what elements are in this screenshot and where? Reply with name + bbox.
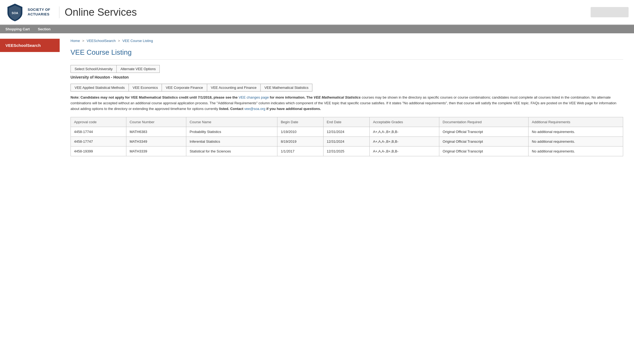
breadcrumb-current[interactable]: VEE Course Listing — [122, 39, 153, 43]
table-header-4: End Date — [323, 117, 370, 127]
table-cell-0-7: No additional requirements. — [529, 127, 623, 137]
table-cell-0-1: MATH6383 — [126, 127, 186, 137]
soa-logo-icon: SOA — [5, 3, 24, 22]
breadcrumb-sep-2: > — [118, 39, 120, 43]
note-bold-intro: Note: Candidates may not apply for VEE M… — [71, 95, 239, 99]
breadcrumb: Home > VEESchoolSearch > VEE Course List… — [71, 39, 623, 43]
table-cell-2-4: 12/31/2025 — [323, 147, 370, 156]
topic-tab-1[interactable]: VEE Economics — [129, 84, 162, 92]
table-cell-1-2: Inferential Statistics — [186, 137, 277, 147]
table-cell-1-0: 4458-17747 — [71, 137, 126, 147]
note-paragraph: Note: Candidates may not apply for VEE M… — [71, 95, 623, 112]
org-name: SOCIETY OF — [28, 8, 50, 12]
topic-tab-2[interactable]: VEE Corporate Finance — [162, 84, 207, 92]
table-cell-2-2: Statistical for the Sciences — [186, 147, 277, 156]
university-name: University of Houston - Houston — [71, 75, 623, 79]
breadcrumb-home[interactable]: Home — [71, 39, 80, 43]
vee-email-link[interactable]: vee@soa.org — [244, 107, 265, 111]
page-title: VEE Course Listing — [71, 48, 623, 60]
note-bold-2: for more information. The VEE Mathematic… — [270, 95, 361, 99]
breadcrumb-school-search[interactable]: VEESchoolSearch — [87, 39, 116, 43]
table-cell-2-1: MATH3339 — [126, 147, 186, 156]
table-header-2: Course Name — [186, 117, 277, 127]
note-questions-bold: if you have additional questions. — [266, 107, 321, 111]
table-cell-1-1: MATH3349 — [126, 137, 186, 147]
topic-tab-3[interactable]: VEE Accounting and Finance — [207, 84, 261, 92]
table-cell-2-5: A+,A,A-,B+,B,B- — [370, 147, 439, 156]
org-name-2: ACTUARIES — [28, 12, 50, 17]
svg-text:SOA: SOA — [12, 11, 18, 15]
table-row: 4458-17744MATH6383Probability Statistics… — [71, 127, 623, 137]
top-tab-group: Select School/University Alternate VEE O… — [71, 65, 623, 73]
table-header-3: Begin Date — [277, 117, 323, 127]
logo-area: SOA SOCIETY OF ACTUARIES Online Services — [5, 3, 137, 22]
table-cell-1-6: Original Official Transcript — [439, 137, 529, 147]
sidebar-item-vee-school-search[interactable]: VEESchoolSearch — [0, 39, 60, 52]
site-header: SOA SOCIETY OF ACTUARIES Online Services — [0, 0, 634, 25]
table-header-5: Acceptable Grades — [370, 117, 439, 127]
topic-tab-4[interactable]: VEE Mathematical Statistics — [260, 84, 313, 92]
select-school-button[interactable]: Select School/University — [71, 65, 117, 73]
table-cell-0-3: 1/19/2010 — [277, 127, 323, 137]
nav-shopping-cart[interactable]: Shopping Cart — [5, 27, 30, 31]
table-cell-1-5: A+,A,A-,B+,B,B- — [370, 137, 439, 147]
topic-tabs: VEE Applied Statistical MethodsVEE Econo… — [71, 84, 623, 92]
course-table: Approval codeCourse NumberCourse NameBeg… — [71, 117, 623, 156]
table-cell-0-6: Original Official Transcript — [439, 127, 529, 137]
org-name-block: SOCIETY OF ACTUARIES — [28, 8, 50, 17]
table-cell-2-6: Original Official Transcript — [439, 147, 529, 156]
table-cell-2-7: No additional requirements. — [529, 147, 623, 156]
table-cell-0-2: Probability Statistics — [186, 127, 277, 137]
topic-tab-0[interactable]: VEE Applied Statistical Methods — [71, 84, 129, 92]
table-cell-0-0: 4458-17744 — [71, 127, 126, 137]
breadcrumb-sep-1: > — [82, 39, 84, 43]
table-header-7: Additional Requirements — [529, 117, 623, 127]
table-row: 4458-19399MATH3339Statistical for the Sc… — [71, 147, 623, 156]
table-cell-0-5: A+,A,A-,B+,B,B- — [370, 127, 439, 137]
table-header-row: Approval codeCourse NumberCourse NameBeg… — [71, 117, 623, 127]
alternate-vee-button[interactable]: Alternate VEE Options — [116, 65, 160, 73]
note-listed-bold: listed. Contact — [219, 107, 244, 111]
table-header-1: Course Number — [126, 117, 186, 127]
main-content: VEESchoolSearch Home > VEESchoolSearch >… — [0, 33, 634, 162]
table-cell-2-0: 4458-19399 — [71, 147, 126, 156]
nav-bar: Shopping Cart Section — [0, 25, 634, 33]
vee-changes-link[interactable]: VEE changes page — [239, 95, 269, 99]
table-cell-1-3: 8/19/2019 — [277, 137, 323, 147]
header-right-area — [591, 7, 629, 17]
table-row: 4458-17747MATH3349Inferential Statistics… — [71, 137, 623, 147]
page-content: Home > VEESchoolSearch > VEE Course List… — [60, 39, 634, 156]
nav-section[interactable]: Section — [38, 27, 51, 31]
table-cell-1-4: 12/31/2024 — [323, 137, 370, 147]
table-cell-0-4: 12/31/2024 — [323, 127, 370, 137]
sidebar: VEESchoolSearch — [0, 39, 60, 156]
table-cell-2-3: 1/1/2017 — [277, 147, 323, 156]
table-header-6: Documentation Required — [439, 117, 529, 127]
table-header-0: Approval code — [71, 117, 126, 127]
site-title: Online Services — [59, 6, 137, 18]
table-cell-1-7: No additional requirements. — [529, 137, 623, 147]
